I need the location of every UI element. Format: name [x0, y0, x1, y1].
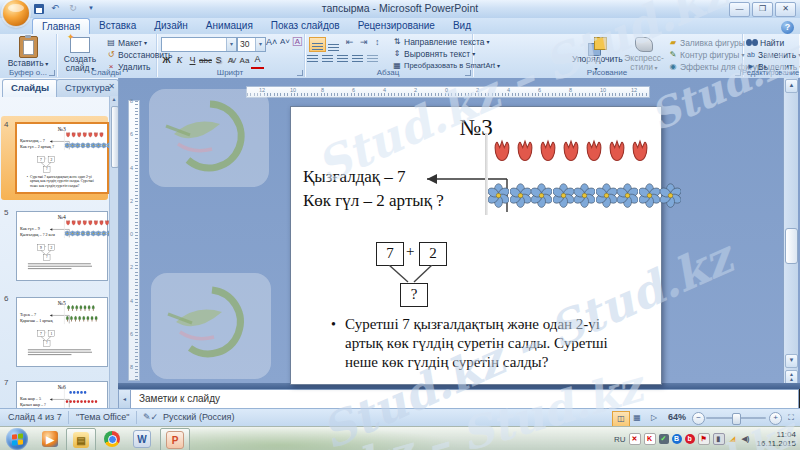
layout-button[interactable]: ▤Макет▾	[106, 37, 147, 48]
scroll-down-icon[interactable]: ▼	[785, 354, 798, 368]
diagram-box-right[interactable]: 2	[419, 242, 447, 266]
justify-icon[interactable]	[352, 55, 363, 64]
slide-thumbnail-7[interactable]: 7№6Көк шар – 5Қызыл шар – ?5+3?	[1, 374, 108, 408]
columns-icon[interactable]	[367, 55, 378, 64]
fit-to-window-icon[interactable]: ⛶	[783, 411, 799, 425]
slide-thumbnail-4[interactable]: 4№3Қызғалдақ – 7Көк гүл – 2 артық ?7+2?•…	[1, 116, 108, 200]
align-left-icon[interactable]	[307, 55, 318, 64]
shape-outline-button[interactable]: ✎Контур фигуры▾	[668, 49, 744, 60]
zoom-in-icon[interactable]: +	[769, 412, 782, 425]
tray-security-check-icon[interactable]: ✓	[659, 434, 669, 444]
save-icon[interactable]	[34, 4, 44, 14]
shape-fill-button[interactable]: ▰Заливка фигуры▾	[668, 37, 750, 48]
slide-problem-line1[interactable]: Қызғалдақ – 7	[303, 167, 406, 187]
thumbnail-slide[interactable]: №6Көк шар – 5Қызыл шар – ?5+3?	[16, 381, 108, 408]
align-text-button[interactable]: ⇕Выровнять текст▾	[392, 48, 475, 59]
slide-editing-area[interactable]: №3Қызғалдақ – 7Көк гүл – 2 артық ?7+2?•С…	[290, 106, 660, 383]
slideshow-icon[interactable]: ▷	[646, 411, 662, 425]
ribbon-tab-Анимация[interactable]: Анимация	[197, 18, 262, 34]
slide-problem-line1[interactable]: Қызғалдақ – 7	[20, 139, 45, 144]
tray-kaspersky-icon[interactable]: K	[644, 433, 656, 445]
ribbon-tab-Главная[interactable]: Главная	[32, 18, 90, 34]
find-button[interactable]: Найти	[746, 37, 784, 48]
paste-button[interactable]: Вставить ▾	[6, 35, 50, 68]
slide-problem-line2[interactable]: Қарағаш – 1 артық	[20, 318, 53, 323]
drawing-dialog-launcher-icon[interactable]	[735, 70, 741, 76]
notes-pane[interactable]: Заметки к слайду	[130, 389, 799, 410]
scrollbar-thumb[interactable]	[785, 228, 798, 264]
ribbon-tab-Показ слайдов[interactable]: Показ слайдов	[262, 18, 349, 34]
bold-button[interactable]: Ж	[160, 54, 173, 67]
slide-scrollbar[interactable]: ▲ ▼ ▲▲ ▼▼	[783, 78, 798, 408]
ribbon-tab-Вставка[interactable]: Вставка	[90, 18, 145, 34]
tray-language-indicator[interactable]: RU	[614, 435, 626, 444]
grow-font-icon[interactable]: A˄	[266, 37, 277, 47]
slide-bullet-text[interactable]: Суретші 7 қызғалдақтың және одан 2-уі ар…	[345, 315, 637, 372]
zoom-out-icon[interactable]: −	[692, 412, 705, 425]
ribbon-tab-Дизайн[interactable]: Дизайн	[145, 18, 197, 34]
zoom-slider[interactable]	[706, 417, 766, 419]
minimize-button[interactable]: —	[729, 2, 750, 17]
slide-title[interactable]: №6	[17, 384, 107, 390]
increase-indent-icon[interactable]: ⇥	[360, 37, 368, 47]
diagram-box-result[interactable]: ?	[43, 341, 50, 347]
italic-button[interactable]: К	[173, 54, 186, 67]
font-name-combobox[interactable]: ▾	[161, 37, 237, 52]
qat-customize-icon[interactable]: ▼	[84, 2, 98, 15]
slide-bullet-text[interactable]: Суретші 7 қызғалдақтың және одан 2-уі ар…	[30, 174, 101, 188]
bullets-button[interactable]	[309, 37, 326, 52]
decrease-indent-icon[interactable]: ⇤	[346, 37, 354, 47]
slide-problem-line1[interactable]: Көк гүл – 9	[20, 227, 40, 232]
ribbon-tab-Вид[interactable]: Вид	[444, 18, 480, 34]
taskbar-chrome-icon[interactable]	[98, 428, 126, 450]
clipboard-dialog-launcher-icon[interactable]	[49, 70, 55, 76]
tray-bluetooth-icon[interactable]: B	[672, 434, 682, 444]
clock[interactable]: 11:0416.11.2015	[757, 430, 796, 448]
diagram-box-result[interactable]: ?	[400, 283, 428, 307]
font-size-combobox[interactable]: 30▾	[237, 37, 266, 52]
slide-problem-line2[interactable]: Қызыл шар – ?	[20, 402, 46, 407]
shrink-font-icon[interactable]: A˅	[280, 37, 290, 46]
tray-battery-icon[interactable]: ▮	[713, 433, 725, 445]
arrange-button[interactable]: Упорядочить ▾	[572, 35, 620, 68]
tray-flag-icon[interactable]: ⚑	[698, 433, 710, 445]
taskbar-powerpoint-icon[interactable]: P	[160, 428, 190, 450]
thumbnail-slide[interactable]: №3Қызғалдақ – 7Көк гүл – 2 артық ?7+2?•С…	[15, 122, 109, 194]
diagram-box-result[interactable]: ?	[43, 255, 50, 261]
ribbon-tab-Рецензирование[interactable]: Рецензирование	[349, 18, 444, 34]
language-indicator[interactable]: Русский (Россия)	[163, 412, 234, 422]
tab-slides[interactable]: Слайды	[2, 79, 58, 97]
sidebar-scrollbar[interactable]: ▲	[109, 96, 118, 408]
theme-indicator[interactable]: "Тема Office"	[76, 412, 129, 422]
restore-button[interactable]: ❒	[752, 2, 773, 17]
tray-audio-app-icon[interactable]: b	[685, 434, 695, 444]
scroll-up-icon[interactable]: ▲	[785, 79, 798, 93]
new-slide-button[interactable]: ✦ Создать слайд ▾	[58, 35, 102, 68]
slide-thumbnail-5[interactable]: 5№4Көк гүл – 9Қызғалдақ – ? 2 кем9-2?	[1, 204, 108, 288]
change-case-button[interactable]: Аа	[238, 54, 251, 67]
slide-sorter-icon[interactable]: ▦	[629, 411, 645, 425]
tray-error-icon[interactable]: ✕	[629, 433, 641, 445]
line-spacing-icon[interactable]: ↕	[375, 37, 380, 47]
align-center-icon[interactable]	[322, 55, 333, 64]
underline-button[interactable]: Ч	[186, 54, 199, 67]
start-button[interactable]	[6, 428, 28, 450]
sidebar-scrollbar-thumb[interactable]	[111, 106, 119, 168]
spellcheck-icon[interactable]: ✎✓	[143, 412, 158, 422]
paragraph-dialog-launcher-icon[interactable]	[465, 70, 471, 76]
taskbar-mediaplayer-icon[interactable]: ▶	[36, 428, 64, 450]
diagram-box-left[interactable]: 7	[376, 242, 404, 266]
vertical-ruler[interactable]: 864202468	[128, 100, 140, 381]
character-spacing-button[interactable]: AV	[225, 54, 238, 67]
thumbnail-slide[interactable]: №5Терек – 7Қарағаш – 1 артық7+1?	[16, 297, 108, 367]
thumbnail-slide[interactable]: №4Көк гүл – 9Қызғалдақ – ? 2 кем9-2?	[16, 211, 108, 281]
text-shadow-button[interactable]: S	[212, 54, 225, 67]
font-color-button[interactable]: А	[251, 54, 264, 69]
help-icon[interactable]: ?	[781, 21, 794, 34]
redo-icon[interactable]: ↻	[66, 2, 80, 15]
slide-thumbnail-6[interactable]: 6№5Терек – 7Қарағаш – 1 артық7+1?	[1, 290, 108, 374]
strikethrough-button[interactable]: abc	[199, 54, 212, 67]
clear-formatting-icon[interactable]: 🄰	[293, 37, 302, 47]
align-right-icon[interactable]	[337, 55, 348, 64]
replace-button[interactable]: abЗаменить▾	[746, 49, 800, 60]
